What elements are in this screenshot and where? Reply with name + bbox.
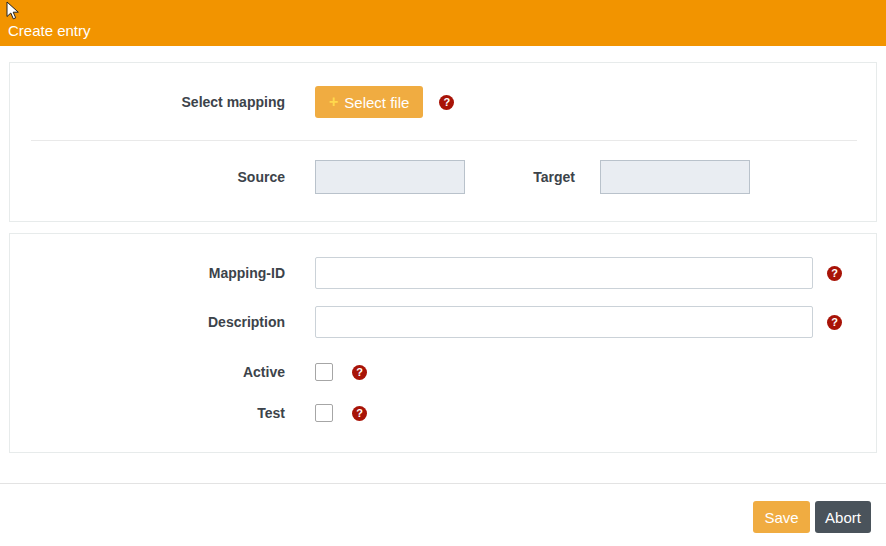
help-icon[interactable]: ? (352, 406, 367, 421)
plus-icon: + (329, 94, 338, 110)
source-field[interactable] (315, 160, 465, 194)
help-icon[interactable]: ? (439, 95, 454, 110)
active-label: Active (10, 364, 285, 380)
save-button[interactable]: Save (753, 501, 810, 533)
mapping-id-row: Mapping-ID ? (10, 257, 876, 289)
page-title: Create entry (8, 22, 91, 39)
fields-panel: Mapping-ID ? Description ? Active ? Test… (9, 233, 877, 453)
header-bar: Create entry (0, 0, 886, 46)
test-label: Test (10, 405, 285, 421)
mouse-cursor-icon (6, 1, 20, 21)
source-label: Source (10, 169, 285, 185)
help-icon[interactable]: ? (827, 315, 842, 330)
target-field[interactable] (600, 160, 750, 194)
active-row: Active ? (10, 363, 876, 381)
footer-divider (0, 483, 886, 484)
description-row: Description ? (10, 306, 876, 338)
select-file-button[interactable]: + Select file (315, 86, 423, 118)
description-field[interactable] (315, 306, 813, 338)
help-icon[interactable]: ? (352, 365, 367, 380)
select-file-button-label: Select file (344, 94, 409, 111)
footer-actions: Save Abort (0, 501, 886, 533)
description-label: Description (10, 314, 285, 330)
target-label: Target (465, 169, 575, 185)
test-row: Test ? (10, 404, 876, 422)
select-mapping-label: Select mapping (10, 94, 285, 110)
abort-button[interactable]: Abort (815, 501, 871, 533)
upload-panel: Select mapping + Select file ? Source Ta… (9, 62, 877, 222)
mapping-id-field[interactable] (315, 257, 813, 289)
panel-divider (31, 140, 857, 141)
active-checkbox[interactable] (315, 363, 333, 381)
help-icon[interactable]: ? (827, 266, 842, 281)
source-target-row: Source Target (10, 160, 876, 194)
select-mapping-row: Select mapping + Select file ? (10, 86, 876, 118)
mapping-id-label: Mapping-ID (10, 265, 285, 281)
test-checkbox[interactable] (315, 404, 333, 422)
